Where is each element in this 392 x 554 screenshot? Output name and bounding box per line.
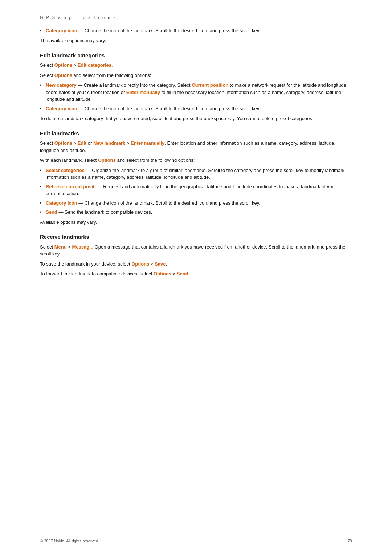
list-item: Category icon — Change the icon of the l… — [40, 27, 352, 34]
send-link-1: Send — [46, 209, 57, 215]
save-link: Save — [155, 261, 166, 267]
intro-post-2: and select from the following options: — [116, 157, 195, 163]
or-text: or — [86, 140, 93, 146]
save-landmark-line: To save the landmark in your device, sel… — [40, 260, 352, 268]
page-header: G P S a p p l i c a t i o n s — [40, 15, 352, 21]
list-item: New category — Create a landmark directl… — [40, 82, 352, 103]
category-icon-link-1: Category icon — [46, 28, 77, 33]
chevron-5: > — [149, 261, 155, 267]
menu-link: Menu — [54, 244, 67, 250]
forward-landmark-line: To forward the landmark to compatible de… — [40, 270, 352, 278]
chevron-2: > — [72, 140, 78, 146]
send-link-2: Send — [177, 271, 188, 276]
intro-bullet-list: Category icon — Change the icon of the l… — [40, 27, 352, 34]
section-heading-edit-categories: Edit landmark categories — [40, 52, 352, 60]
category-icon-link-3: Category icon — [46, 200, 77, 206]
save-post: . — [166, 261, 167, 267]
list-item: Category icon — Change the icon of the l… — [40, 200, 352, 207]
category-icon-link-2: Category icon — [46, 106, 77, 111]
nav-post-1: . — [111, 62, 113, 68]
list-item: Category icon — Change the icon of the l… — [40, 105, 352, 112]
options-link-1: Options — [54, 62, 72, 68]
options-link-5: Options — [131, 261, 149, 267]
intro-pre-2: With each landmark, select — [40, 157, 98, 163]
new-category-text: — Create a landmark directly into the ca… — [77, 82, 192, 88]
edit-landmarks-nav: Select Options > Edit or New landmark > … — [40, 140, 352, 154]
category-icon-text-2: — Change the icon of the landmark. Scrol… — [77, 106, 260, 111]
section-heading-edit-landmarks: Edit landmarks — [40, 130, 352, 138]
chevron-6: > — [171, 271, 177, 276]
save-pre: To save the landmark in your device, sel… — [40, 261, 131, 267]
edit-landmarks-bullet-list: Select categories — Organize the landmar… — [40, 167, 352, 216]
receive-landmarks-nav: Select Menu > Messag... Open a message t… — [40, 243, 352, 258]
copyright-text: © 2007 Nokia. All rights reserved. — [40, 539, 99, 543]
enter-manually-link-1: Enter manually — [126, 90, 160, 95]
edit-landmarks-intro: With each landmark, select Options and s… — [40, 157, 352, 164]
select-categories-text: — Organize the landmark to a group of si… — [46, 168, 344, 180]
page-footer: © 2007 Nokia. All rights reserved. 79 — [40, 539, 352, 543]
chevron-1: > — [72, 62, 78, 68]
options-may-vary-1: The available options may vary. — [40, 37, 352, 44]
chevron-4: > — [67, 244, 72, 250]
nav-pre-2: Select — [40, 140, 54, 146]
section-heading-receive-landmarks: Receive landmarks — [40, 233, 352, 241]
edit-categories-nav: Select Options > Edit categories. — [40, 62, 352, 69]
options-link-2: Options — [54, 73, 72, 78]
nav-pre-3: Select — [40, 244, 54, 250]
select-categories-link: Select categories — [46, 168, 85, 173]
page-number: 79 — [348, 539, 352, 543]
edit-categories-intro: Select Options and select from the follo… — [40, 72, 352, 79]
available-options-note: Available options may vary. — [40, 219, 352, 226]
category-icon-text-1: — Change the icon of the landmark. Scrol… — [77, 28, 260, 33]
list-item: Select categories — Organize the landmar… — [40, 167, 352, 181]
chevron-3: > — [125, 140, 131, 146]
forward-pre: To forward the landmark to compatible de… — [40, 271, 154, 276]
edit-categories-link: Edit categories — [78, 62, 111, 68]
list-item: Retrieve current posit. — Request and au… — [40, 183, 352, 197]
new-landmark-link: New landmark — [93, 140, 125, 146]
intro-post-1: and select from the following options: — [72, 73, 151, 78]
list-item: Send — Send the landmark to compatible d… — [40, 209, 352, 216]
options-link-4: Options — [98, 157, 116, 163]
enter-manually-link-2: Enter manually — [131, 140, 164, 146]
intro-pre-1: Select — [40, 73, 54, 78]
send-text-1: — Send the landmark to compatible device… — [57, 209, 152, 215]
options-link-6: Options — [154, 271, 171, 276]
forward-post: . — [188, 271, 190, 276]
category-icon-text-3: — Change the icon of the landmark. Scrol… — [77, 200, 260, 206]
options-link-3: Options — [54, 140, 72, 146]
nav-pre-1: Select — [40, 62, 54, 68]
messag-link: Messag.. — [72, 244, 92, 250]
edit-link: Edit — [78, 140, 87, 146]
edit-categories-bullet-list: New category — Create a landmark directl… — [40, 82, 352, 112]
delete-note: To delete a landmark category that you h… — [40, 115, 352, 122]
retrieve-current-posit-link: Retrieve current posit. — [46, 184, 96, 189]
new-category-link: New category — [46, 82, 77, 88]
current-position-link: Current position — [192, 82, 228, 88]
